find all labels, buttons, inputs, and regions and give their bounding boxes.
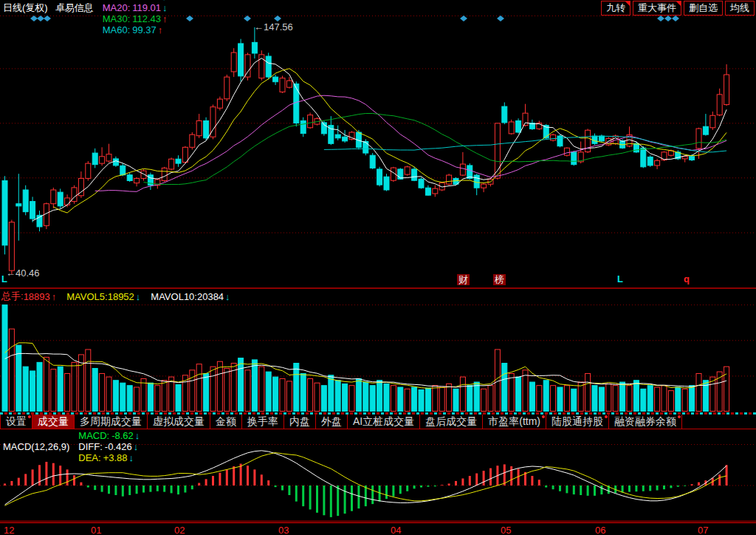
signal-diamond-icon <box>497 16 504 21</box>
header-buttons: 九转重大事件删自选均线 <box>601 1 755 16</box>
macd-item: DEA:+3.88↓ <box>78 452 140 463</box>
ma-item: MA60:99.37↑ <box>103 24 168 35</box>
volume-header: 总手:18893↑MAVOL5:18952↓MAVOL10:20384↓ <box>1 290 241 303</box>
ma-item: MA20:119.01↓ <box>103 2 168 13</box>
tab-外盘[interactable]: 外盘 <box>316 415 348 429</box>
macd-param-label: MACD(12,26,9) <box>3 441 69 452</box>
ma-values-row: MA5:102.11↓MA10:111.86↓MA20:119.01↓MA30:… <box>94 0 168 35</box>
ma-value: 99.37 <box>132 24 157 35</box>
ma-value: 112.43 <box>132 13 161 24</box>
ma-label: MA30: <box>103 13 131 24</box>
trading-app-window: 日线(复权) 卓易信息 MA5:102.11↓MA10:111.86↓MA20:… <box>0 0 756 535</box>
period-label[interactable]: 日线(复权) <box>3 1 48 15</box>
macd-header: MACD(12,26,9) MACD:-8.62↓DIFF:-0.426↓DEA… <box>3 430 140 463</box>
arrow-down-icon: ↓ <box>134 441 139 452</box>
month-label: 04 <box>391 525 401 535</box>
ma-label: MA20: <box>103 2 131 13</box>
tab-融资融券余额[interactable]: 融资融券余额 <box>609 415 682 429</box>
arrow-down-icon: ↓ <box>135 430 140 441</box>
month-label: 12 <box>4 525 14 535</box>
tab-AI立桩成交量[interactable]: AI立桩成交量 <box>348 415 420 429</box>
toolbar-button[interactable]: 删自选 <box>684 1 723 16</box>
arrow-up-icon: ↑ <box>158 24 163 35</box>
macd-value: +3.88 <box>103 452 128 463</box>
indicator-tab-bar: 设置成交量多周期成交量虚拟成交量金额换手率内盘外盘AI立桩成交量盘后成交量市盈率… <box>0 412 756 429</box>
toolbar-button[interactable]: 均线 <box>725 1 755 16</box>
signal-diamond-icon <box>37 16 44 21</box>
macd-value: -8.62 <box>111 430 134 441</box>
signal-diamond-icon <box>30 16 38 21</box>
signal-diamond-icon <box>672 16 679 21</box>
new-badge-dot-icon <box>678 415 681 418</box>
vol-value: 20384 <box>197 291 224 302</box>
month-label: 03 <box>278 525 289 535</box>
arrow-down-icon: ↓ <box>129 452 134 463</box>
vol-label: MAVOL10: <box>151 291 197 302</box>
month-label: 07 <box>698 525 708 535</box>
arrow-up-icon: ↑ <box>52 291 57 302</box>
new-badge-dot-icon <box>542 415 545 418</box>
new-badge-dot-icon <box>605 415 608 418</box>
month-label: 06 <box>595 525 605 535</box>
time-axis[interactable]: 1201020304050607 <box>0 522 756 535</box>
indicator-tabs: 设置成交量多周期成交量虚拟成交量金额换手率内盘外盘AI立桩成交量盘后成交量市盈率… <box>0 415 756 429</box>
signal-diamond-icon <box>274 16 281 21</box>
signal-diamond-icon <box>44 16 51 21</box>
tab-金额[interactable]: 金额 <box>210 415 242 429</box>
macd-value: -0.426 <box>105 441 132 452</box>
macd-label: MACD: <box>78 430 109 441</box>
toolbar-button[interactable]: 重大事件 <box>633 1 681 16</box>
signal-diamond-icon <box>186 16 193 21</box>
vol-label: MAVOL5: <box>66 291 107 302</box>
macd-item: DIFF:-0.426↓ <box>78 441 140 452</box>
tab-陆股通持股[interactable]: 陆股通持股 <box>546 415 609 429</box>
fold-corner-icon <box>676 1 681 6</box>
vol-value: 18893 <box>24 291 50 302</box>
fold-corner-icon <box>625 1 630 6</box>
vol-item: MAVOL5:18952↓ <box>66 291 140 302</box>
vol-item: 总手:18893↑ <box>1 290 56 303</box>
macd-label: DEA: <box>78 452 100 463</box>
signal-diamond-icon <box>657 16 664 21</box>
vol-label: 总手: <box>1 290 24 303</box>
toolbar-button[interactable]: 九转 <box>601 1 630 16</box>
signal-diamond-icon <box>460 16 467 21</box>
tab-虚拟成交量[interactable]: 虚拟成交量 <box>148 415 210 429</box>
tab-成交量[interactable]: 成交量 <box>32 415 75 429</box>
signal-diamond-icon <box>244 16 251 21</box>
arrow-down-icon: ↓ <box>162 2 168 13</box>
tab-盘后成交量[interactable]: 盘后成交量 <box>420 415 483 429</box>
ma-value: 119.01 <box>132 2 161 13</box>
ma-item: MA30:112.43↑ <box>103 13 168 24</box>
ma-label: MA60: <box>103 24 131 35</box>
macd-item: MACD:-8.62↓ <box>78 430 140 441</box>
month-label: 01 <box>91 525 101 535</box>
macd-label: DIFF: <box>78 441 103 452</box>
tab-换手率[interactable]: 换手率 <box>242 415 284 429</box>
tab-设置[interactable]: 设置 <box>0 415 32 429</box>
tab-多周期成交量[interactable]: 多周期成交量 <box>75 415 148 429</box>
vol-item: MAVOL10:20384↓ <box>151 291 230 302</box>
vol-value: 18952 <box>108 291 134 302</box>
arrow-down-icon: ↓ <box>225 291 230 302</box>
tab-内盘[interactable]: 内盘 <box>284 415 316 429</box>
month-label: 05 <box>501 525 511 535</box>
arrow-down-icon: ↓ <box>136 291 141 302</box>
new-badge-dot-icon <box>28 415 31 418</box>
signal-diamond-icon <box>664 16 672 21</box>
month-label: 02 <box>174 525 185 535</box>
arrow-up-icon: ↑ <box>162 13 168 24</box>
stock-name[interactable]: 卓易信息 <box>55 1 94 15</box>
tab-市盈率(ttm)[interactable]: 市盈率(ttm) <box>483 415 546 429</box>
macd-values-row: MACD:-8.62↓DIFF:-0.426↓DEA:+3.88↓ <box>69 430 140 463</box>
